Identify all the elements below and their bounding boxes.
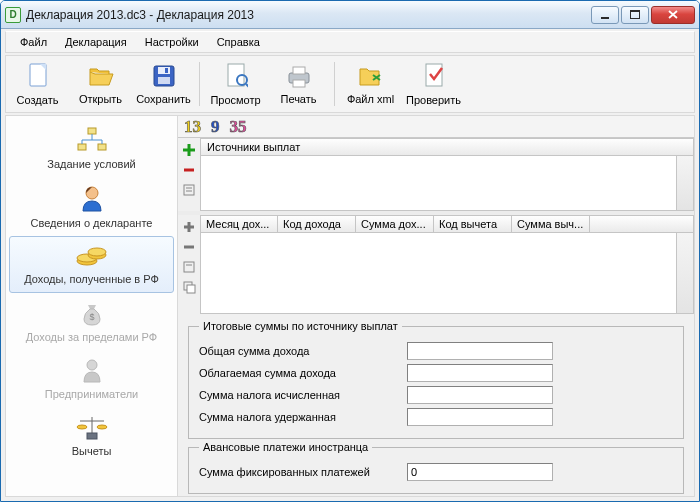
new-file-icon — [26, 62, 50, 90]
income-details-panel: Месяц дох... Код дохода Сумма дох... Код… — [178, 215, 694, 314]
remove-source-button[interactable] — [181, 162, 197, 178]
svg-point-31 — [97, 425, 107, 429]
tax-withheld-input[interactable] — [407, 408, 553, 426]
details-header-row: Месяц дох... Код дохода Сумма дох... Код… — [200, 215, 694, 233]
menu-bar: Файл Декларация Настройки Справка — [5, 31, 695, 53]
sources-list[interactable] — [200, 156, 694, 211]
remove-row-button[interactable] — [181, 239, 197, 255]
advance-legend: Авансовые платежи иностранца — [199, 441, 372, 453]
copy-row-button[interactable] — [181, 279, 197, 295]
person-icon — [77, 183, 107, 213]
sidebar-item-income-abroad: $ Доходы за пределами РФ — [6, 293, 177, 350]
app-icon: D — [5, 7, 21, 23]
details-grid[interactable] — [200, 233, 694, 314]
col-deduction-sum[interactable]: Сумма выч... — [512, 215, 590, 233]
svg-rect-10 — [165, 68, 168, 73]
svg-point-27 — [87, 360, 97, 370]
add-row-button[interactable] — [181, 219, 197, 235]
sidebar-item-declarant[interactable]: Сведения о декларанте — [6, 177, 177, 236]
check-file-icon — [422, 62, 446, 90]
total-income-label: Общая сумма дохода — [199, 345, 399, 357]
sidebar-item-income-rf[interactable]: Доходы, полученные в РФ — [9, 236, 174, 293]
preview-button[interactable]: Просмотр — [204, 56, 267, 112]
print-button[interactable]: Печать — [267, 56, 330, 112]
rate-9-tab[interactable]: 9 — [211, 117, 220, 137]
svg-rect-8 — [158, 67, 170, 74]
svg-rect-45 — [187, 285, 195, 293]
title-bar: D Декларация 2013.dc3 - Декларация 2013 — [1, 1, 699, 29]
add-source-button[interactable] — [181, 142, 197, 158]
col-income-code[interactable]: Код дохода — [278, 215, 356, 233]
svg-rect-42 — [184, 262, 194, 272]
preview-icon — [224, 62, 248, 90]
svg-text:$: $ — [89, 312, 94, 322]
col-income-sum[interactable]: Сумма дох... — [356, 215, 434, 233]
save-button[interactable]: Сохранить — [132, 56, 195, 112]
business-icon — [77, 356, 107, 384]
fixed-payments-input[interactable] — [407, 463, 553, 481]
menu-help[interactable]: Справка — [209, 34, 268, 50]
svg-rect-32 — [87, 433, 97, 439]
open-button[interactable]: Открыть — [69, 56, 132, 112]
sidebar-item-conditions[interactable]: Задание условий — [6, 120, 177, 177]
edit-source-button[interactable] — [181, 182, 197, 198]
open-folder-icon — [87, 63, 115, 89]
check-button[interactable]: Проверить — [402, 56, 465, 112]
fixed-payments-label: Сумма фиксированных платежей — [199, 466, 399, 478]
svg-rect-9 — [158, 77, 170, 84]
edit-row-button[interactable] — [181, 259, 197, 275]
toolbar-separator — [199, 62, 200, 106]
coins-icon — [75, 243, 109, 269]
create-button[interactable]: Создать — [6, 56, 69, 112]
col-deduction-code[interactable]: Код вычета — [434, 215, 512, 233]
svg-rect-16 — [293, 80, 305, 87]
totals-legend: Итоговые суммы по источнику выплат — [199, 320, 402, 332]
flowchart-icon — [75, 126, 109, 154]
col-filler — [590, 215, 694, 233]
tax-calc-label: Сумма налога исчисленная — [199, 389, 399, 401]
menu-file[interactable]: Файл — [12, 34, 55, 50]
rate-13-tab[interactable]: 13 — [184, 117, 201, 137]
svg-rect-0 — [601, 17, 609, 19]
window-title: Декларация 2013.dc3 - Декларация 2013 — [26, 8, 591, 22]
col-month[interactable]: Месяц дох... — [200, 215, 278, 233]
scale-icon — [74, 413, 110, 441]
payment-sources-panel: Источники выплат — [178, 138, 694, 211]
sidebar-item-entrepreneurs: Предприниматели — [6, 350, 177, 407]
xml-button[interactable]: Файл xml — [339, 56, 402, 112]
tax-rate-tabs: 13 9 35 — [178, 116, 694, 138]
rate-35-tab[interactable]: 35 — [230, 117, 247, 137]
minimize-button[interactable] — [591, 6, 619, 24]
maximize-button[interactable] — [621, 6, 649, 24]
sidebar: Задание условий Сведения о декларанте До… — [6, 116, 178, 496]
app-window: D Декларация 2013.dc3 - Декларация 2013 … — [0, 0, 700, 502]
svg-rect-2 — [630, 10, 640, 12]
svg-rect-20 — [98, 144, 106, 150]
total-income-input[interactable] — [407, 342, 553, 360]
svg-rect-17 — [426, 64, 442, 86]
close-button[interactable] — [651, 6, 695, 24]
main-panel: 13 9 35 Источники выплат — [178, 116, 694, 496]
menu-settings[interactable]: Настройки — [137, 34, 207, 50]
printer-icon — [285, 63, 313, 89]
svg-rect-36 — [184, 185, 194, 195]
svg-point-25 — [88, 248, 106, 256]
tax-withheld-label: Сумма налога удержанная — [199, 411, 399, 423]
sources-header: Источники выплат — [200, 138, 694, 156]
moneybag-icon: $ — [78, 299, 106, 327]
svg-rect-18 — [88, 128, 96, 134]
advance-group: Авансовые платежи иностранца Сумма фикси… — [188, 441, 684, 494]
svg-rect-15 — [293, 67, 305, 74]
taxable-income-label: Облагаемая сумма дохода — [199, 367, 399, 379]
sidebar-item-deductions[interactable]: Вычеты — [6, 407, 177, 464]
save-floppy-icon — [151, 63, 177, 89]
tax-calc-input[interactable] — [407, 386, 553, 404]
totals-group: Итоговые суммы по источнику выплат Общая… — [188, 320, 684, 439]
taxable-income-input[interactable] — [407, 364, 553, 382]
svg-rect-19 — [78, 144, 86, 150]
svg-line-13 — [246, 84, 248, 88]
menu-declaration[interactable]: Декларация — [57, 34, 135, 50]
svg-point-30 — [77, 425, 87, 429]
xml-file-icon — [357, 63, 385, 89]
toolbar: Создать Открыть Сохранить Просмотр Печат… — [5, 55, 695, 113]
